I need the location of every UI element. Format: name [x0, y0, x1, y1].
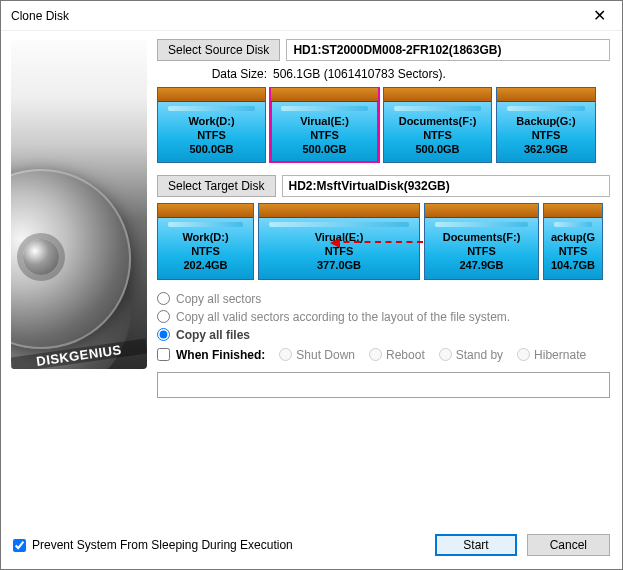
content: DISKGENIUS Select Source Disk HD1:ST2000… — [1, 31, 622, 521]
close-icon: ✕ — [593, 6, 606, 25]
data-size-value: 506.1GB (1061410783 Sectors). — [273, 67, 610, 81]
partition[interactable]: Documents(F:)NTFS247.9GB — [424, 203, 539, 279]
when-finished-row: When Finished: Shut Down Reboot Stand by… — [157, 348, 610, 362]
partition[interactable]: ackup(GNTFS104.7GB — [543, 203, 603, 279]
partition[interactable]: Virual(E:)NTFS377.0GB — [258, 203, 420, 279]
status-text-field — [157, 372, 610, 398]
copy-mode-options: Copy all sectors Copy all valid sectors … — [157, 292, 610, 342]
prevent-sleep-checkbox[interactable] — [13, 539, 26, 552]
partition-label: Documents(F:) — [384, 115, 491, 129]
when-reboot-option[interactable]: Reboot — [369, 348, 425, 362]
partition-size: 104.7GB — [551, 259, 595, 271]
when-shutdown-option[interactable]: Shut Down — [279, 348, 355, 362]
partition-label: Work(D:) — [158, 231, 253, 245]
partition-fs: NTFS — [467, 245, 496, 257]
partition-label: Virual(E:) — [271, 115, 378, 129]
cancel-button[interactable]: Cancel — [527, 534, 610, 556]
partition-size: 500.0GB — [415, 143, 459, 155]
partition-size: 362.9GB — [524, 143, 568, 155]
partition-label: Documents(F:) — [425, 231, 538, 245]
close-button[interactable]: ✕ — [577, 1, 622, 31]
partition[interactable]: Work(D:)NTFS500.0GB — [157, 87, 266, 163]
partition-fs: NTFS — [532, 129, 561, 141]
target-disk-field: HD2:MsftVirtualDisk(932GB) — [282, 175, 611, 197]
select-source-disk-button[interactable]: Select Source Disk — [157, 39, 280, 61]
side-hdd-image: DISKGENIUS — [11, 39, 147, 369]
titlebar: Clone Disk ✕ — [1, 1, 622, 31]
select-target-disk-button[interactable]: Select Target Disk — [157, 175, 276, 197]
copy-valid-sectors-option[interactable]: Copy all valid sectors according to the … — [157, 310, 610, 324]
copy-all-sectors-option[interactable]: Copy all sectors — [157, 292, 610, 306]
when-finished-check[interactable]: When Finished: — [157, 348, 265, 362]
partition[interactable]: Work(D:)NTFS202.4GB — [157, 203, 254, 279]
copy-all-files-option[interactable]: Copy all files — [157, 328, 610, 342]
partition-size: 247.9GB — [459, 259, 503, 271]
partition-label: ackup(G — [544, 231, 602, 245]
copy-all-sectors-radio[interactable] — [157, 292, 170, 305]
partition[interactable]: Virual(E:)NTFS500.0GB — [270, 87, 379, 163]
copy-all-files-radio[interactable] — [157, 328, 170, 341]
partition-fs: NTFS — [191, 245, 220, 257]
window-title: Clone Disk — [11, 9, 69, 23]
target-partitions-bar: Work(D:)NTFS202.4GBVirual(E:)NTFS377.0GB… — [157, 203, 610, 279]
partition-fs: NTFS — [559, 245, 588, 257]
start-button[interactable]: Start — [435, 534, 516, 556]
partition-size: 377.0GB — [317, 259, 361, 271]
partition-fs: NTFS — [310, 129, 339, 141]
data-size-label: Data Size: — [157, 67, 267, 81]
when-standby-option[interactable]: Stand by — [439, 348, 503, 362]
partition[interactable]: Documents(F:)NTFS500.0GB — [383, 87, 492, 163]
source-partitions-bar: Work(D:)NTFS500.0GBVirual(E:)NTFS500.0GB… — [157, 87, 610, 163]
partition-label: Work(D:) — [158, 115, 265, 129]
partition-size: 500.0GB — [189, 143, 233, 155]
partition-size: 500.0GB — [302, 143, 346, 155]
footer: Prevent System From Sleeping During Exec… — [1, 521, 622, 569]
partition-size: 202.4GB — [183, 259, 227, 271]
partition-fs: NTFS — [197, 129, 226, 141]
resize-arrow-icon — [333, 241, 423, 243]
main-panel: Select Source Disk HD1:ST2000DM008-2FR10… — [157, 31, 622, 521]
partition-label: Backup(G:) — [497, 115, 595, 129]
source-disk-field: HD1:ST2000DM008-2FR102(1863GB) — [286, 39, 610, 61]
when-hibernate-option[interactable]: Hibernate — [517, 348, 586, 362]
partition-fs: NTFS — [423, 129, 452, 141]
when-finished-checkbox[interactable] — [157, 348, 170, 361]
prevent-sleep-option[interactable]: Prevent System From Sleeping During Exec… — [13, 538, 293, 552]
copy-valid-sectors-radio[interactable] — [157, 310, 170, 323]
partition[interactable]: Backup(G:)NTFS362.9GB — [496, 87, 596, 163]
